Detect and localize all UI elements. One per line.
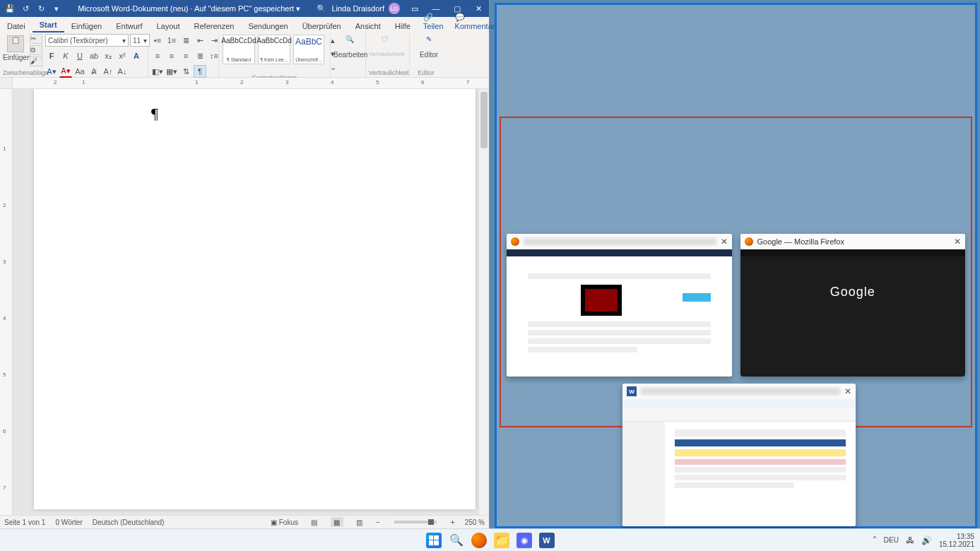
cut-icon[interactable]: ✂ (30, 34, 42, 44)
volume-icon[interactable]: 🔊 (921, 535, 932, 545)
print-layout-icon[interactable]: ▦ (331, 517, 343, 527)
snap-candidate-firefox-1[interactable]: ✕ (507, 234, 732, 377)
tray-language[interactable]: DEU (884, 536, 899, 544)
horizontal-ruler[interactable]: 2 1 1 2 3 4 5 6 7 (0, 78, 489, 89)
tab-draw[interactable]: Entwurf (109, 20, 149, 32)
change-case-button[interactable]: Aa (73, 65, 86, 78)
taskbar-word-button[interactable]: W (539, 533, 555, 548)
align-center-button[interactable]: ≡ (165, 49, 178, 62)
italic-button[interactable]: K (59, 49, 72, 62)
taskbar-explorer-button[interactable]: 📁 (494, 533, 509, 548)
undo-icon[interactable]: ↺ (20, 3, 31, 14)
ruler-num: 1 (195, 79, 198, 85)
ruler-num: 5 (376, 79, 379, 85)
sort-button[interactable]: ⇅ (179, 65, 192, 78)
start-button[interactable] (426, 533, 442, 548)
align-right-button[interactable]: ≡ (179, 49, 192, 62)
font-color-button[interactable]: A▾ (59, 65, 72, 78)
shield-icon: 🛡 (378, 35, 392, 49)
tray-overflow-icon[interactable]: ˄ (873, 535, 877, 545)
snap-candidate-firefox-google[interactable]: Google — Mozilla Firefox ✕ Google (740, 234, 966, 377)
close-icon[interactable]: ✕ (844, 386, 851, 396)
justify-button[interactable]: ≣ (194, 49, 206, 62)
tray-clock[interactable]: 13:35 15.12.2021 (939, 533, 974, 548)
tab-references[interactable]: Referenzen (187, 20, 242, 32)
subscript-button[interactable]: x₂ (102, 49, 114, 62)
tab-review[interactable]: Überprüfen (295, 20, 348, 32)
network-icon[interactable]: 🖧 (906, 535, 914, 545)
font-size-select[interactable]: 11▾ (130, 34, 150, 47)
redo-icon[interactable]: ↻ (35, 3, 47, 14)
vertical-scrollbar[interactable] (478, 89, 489, 515)
show-hide-marks-button[interactable]: ¶ (194, 65, 206, 78)
snap-candidate-word[interactable]: W ✕ (622, 384, 856, 526)
save-icon[interactable]: 💾 (4, 3, 16, 14)
taskbar-firefox-button[interactable] (471, 533, 487, 548)
zoom-slider[interactable] (394, 521, 437, 523)
user-account[interactable]: Linda Draisdorf LD (327, 3, 404, 14)
statusbar: Seite 1 von 1 0 Wörter Deutsch (Deutschl… (0, 515, 489, 528)
focus-mode-button[interactable]: ▣ Fokus (271, 519, 298, 526)
editor-button[interactable]: ✎ Editor (413, 34, 445, 59)
search-icon[interactable]: 🔍 (316, 3, 327, 14)
indent-left-button[interactable]: ⇤ (194, 34, 206, 47)
tab-insert[interactable]: Einfügen (64, 20, 109, 32)
style-normal[interactable]: AaBbCcDd ¶ Standard (223, 35, 255, 64)
paste-label: Einfügen (3, 54, 28, 61)
google-logo: Google (740, 256, 966, 300)
document-title[interactable]: Microsoft Word-Dokument (neu) · Auf "die… (62, 4, 316, 13)
superscript-button[interactable]: x² (116, 49, 129, 62)
strike-button[interactable]: ab (88, 49, 100, 62)
numbering-button[interactable]: 1≡ (165, 34, 178, 47)
vertical-ruler[interactable]: 1 2 3 4 5 6 7 (0, 89, 13, 515)
bullets-button[interactable]: •≡ (151, 34, 164, 47)
page-scroll-area[interactable]: ¶ (13, 89, 478, 515)
tab-help[interactable]: Hilfe (388, 20, 418, 32)
document-page[interactable]: ¶ (34, 89, 476, 509)
grow-font-button[interactable]: A↑ (102, 65, 114, 78)
shrink-font-button[interactable]: A↓ (116, 65, 129, 78)
scrollbar-thumb[interactable] (480, 92, 488, 148)
clear-format-button[interactable]: A̷ (88, 65, 100, 78)
highlight-button[interactable]: A▾ (45, 65, 58, 78)
editing-button[interactable]: 🔍 Bearbeiten (333, 34, 366, 59)
taskbar-discord-button[interactable]: ◉ (516, 533, 532, 548)
web-layout-icon[interactable]: ▥ (353, 517, 366, 527)
underline-button[interactable]: U (73, 49, 86, 62)
firefox-icon (745, 237, 753, 246)
share-button[interactable]: 🔗 Teilen (418, 11, 449, 32)
qa-dropdown-icon[interactable]: ▾ (51, 3, 62, 14)
taskbar-search-button[interactable]: 🔍 (449, 533, 464, 548)
text-effects-button[interactable]: A (130, 49, 143, 62)
style-heading1[interactable]: AaBbC Überschrif... (293, 35, 324, 64)
close-icon[interactable]: ✕ (721, 237, 728, 247)
sensitivity-button[interactable]: 🛡 Vertraulichkeit (369, 34, 401, 57)
paragraph-mark: ¶ (151, 105, 158, 123)
zoom-out-button[interactable]: − (376, 519, 380, 526)
shading-button[interactable]: ◧▾ (151, 65, 164, 78)
borders-button[interactable]: ▦▾ (165, 65, 178, 78)
multilevel-button[interactable]: ≣ (179, 34, 192, 47)
status-page[interactable]: Seite 1 von 1 (4, 519, 45, 526)
close-icon[interactable]: ✕ (954, 237, 961, 247)
zoom-value[interactable]: 250 % (465, 519, 485, 526)
format-painter-icon[interactable]: 🖌 (30, 57, 42, 66)
read-mode-icon[interactable]: ▤ (308, 517, 321, 527)
font-name-select[interactable]: Calibri (Textkörper)▾ (45, 34, 129, 47)
bold-button[interactable]: F (45, 49, 58, 62)
tab-layout[interactable]: Layout (149, 20, 187, 32)
titlebar: 💾 ↺ ↻ ▾ Microsoft Word-Dokument (neu) · … (0, 0, 489, 17)
tab-view[interactable]: Ansicht (348, 20, 388, 32)
paste-button[interactable]: 📋 Einfügen (3, 34, 28, 61)
tab-mailings[interactable]: Sendungen (241, 20, 295, 32)
copy-icon[interactable]: ⧉ (30, 45, 42, 55)
status-words[interactable]: 0 Wörter (55, 519, 82, 526)
tab-file[interactable]: Datei (0, 20, 33, 32)
style-no-spacing[interactable]: AaBbCcDd ¶ Kein Lee... (258, 35, 290, 64)
tab-home[interactable]: Start (33, 18, 64, 32)
snap-assist-panel: ✕ (495, 3, 977, 528)
zoom-in-button[interactable]: + (451, 519, 455, 526)
align-left-button[interactable]: ≡ (151, 49, 164, 62)
status-lang[interactable]: Deutsch (Deutschland) (93, 519, 165, 526)
ruler-num: 2 (54, 79, 57, 85)
